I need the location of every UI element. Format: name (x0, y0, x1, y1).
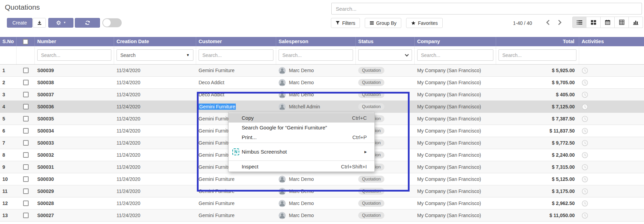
row-sno: 6 (0, 125, 17, 137)
table-row[interactable]: 3S0003711/24/2020Deco AddictMarc DemoQuo… (0, 89, 644, 101)
header-status[interactable]: Status (356, 37, 415, 46)
activity-clock-icon[interactable] (582, 116, 588, 122)
filter-company-input[interactable] (417, 49, 493, 61)
row-customer-text: Gemini Furniture (199, 213, 234, 218)
row-total: $ 405.00 (496, 89, 579, 100)
row-checkbox[interactable] (23, 164, 29, 170)
table-row[interactable]: 4S0003611/24/2020Gemini FurnitureMitchel… (0, 101, 644, 113)
row-checkbox[interactable] (23, 128, 29, 134)
graph-view-button[interactable] (629, 17, 643, 28)
browser-context-menu: CopyCtrl+CSearch Google for “Gemini Furn… (228, 112, 375, 172)
refresh-button[interactable] (75, 18, 100, 28)
activity-clock-icon[interactable] (582, 176, 588, 183)
row-status-cell: Quotation (356, 65, 415, 76)
calendar-view-button[interactable] (601, 17, 615, 28)
header-activities[interactable]: Activities (579, 37, 644, 46)
toggle-switch[interactable] (102, 18, 122, 27)
menu-item-search-google-for-gemini-furniture[interactable]: Search Google for “Gemini Furniture” (229, 123, 374, 132)
header-customer[interactable]: Customer (196, 37, 276, 46)
filter-status-select[interactable] (358, 49, 412, 61)
activity-clock-icon[interactable] (582, 164, 588, 171)
menu-item-copy[interactable]: CopyCtrl+C (229, 113, 374, 123)
header-creation-date[interactable]: Creation Date (114, 37, 196, 46)
menu-item-label: Inspect (242, 164, 258, 169)
filter-number-input[interactable] (37, 49, 111, 61)
search-input[interactable] (331, 3, 642, 14)
table-row[interactable]: 12S0002811/24/2020Gemini FurnitureMarc D… (0, 197, 644, 210)
filters-button[interactable]: Filters (331, 18, 360, 28)
row-sno: 9 (0, 161, 17, 173)
table-header-row: S.No Number Creation Date Customer Sales… (0, 37, 644, 46)
filter-creation-date-select[interactable]: Search ▼ (117, 49, 193, 61)
row-activities-cell (579, 89, 644, 100)
row-checkbox[interactable] (23, 68, 29, 73)
row-checkbox[interactable] (23, 92, 29, 97)
header-company[interactable]: Company (415, 37, 496, 46)
salesperson-name: Marc Demo (289, 68, 314, 73)
download-button[interactable] (33, 18, 46, 28)
status-badge: Quotation (358, 91, 384, 98)
activity-clock-icon[interactable] (582, 104, 588, 110)
row-checkbox[interactable] (23, 201, 29, 206)
row-checkbox[interactable] (23, 213, 29, 218)
group-by-button[interactable]: Group By (365, 18, 401, 28)
row-creation-date: 11/24/2020 (114, 185, 196, 197)
menu-item-print[interactable]: Print...Ctrl+P (229, 132, 374, 142)
row-checkbox[interactable] (23, 104, 29, 109)
table-row[interactable]: 10S0003011/24/2020Gemini FurnitureMarc D… (0, 173, 644, 185)
list-view-button[interactable] (572, 17, 586, 28)
table-row[interactable]: 13S0002711/24/2020Gemini FurnitureMarc D… (0, 210, 644, 222)
gear-dropdown-button[interactable]: ▼ (48, 18, 73, 28)
menu-item-inspect[interactable]: InspectCtrl+Shift+I (229, 162, 374, 171)
table-row[interactable]: 11S0002911/24/2020Gemini FurnitureMarc D… (0, 185, 644, 197)
activity-clock-icon[interactable] (582, 128, 588, 134)
salesperson-name: Marc Demo (289, 92, 314, 97)
salesperson-name: Marc Demo (289, 176, 314, 182)
row-salesperson: Marc Demo (276, 65, 356, 76)
activity-clock-icon[interactable] (582, 200, 588, 207)
favorites-button[interactable]: Favorites (406, 18, 443, 28)
status-badge: Quotation (358, 200, 384, 207)
activity-clock-icon[interactable] (582, 91, 588, 98)
header-sno[interactable]: S.No (0, 37, 17, 46)
row-customer-text: Gemini Furniture (199, 188, 234, 194)
menu-item-nimbus-screenshot[interactable]: NNimbus Screenshot▶ (229, 144, 374, 160)
row-checkbox[interactable] (23, 152, 29, 158)
activity-clock-icon[interactable] (582, 67, 588, 74)
filter-salesperson-input[interactable] (279, 49, 353, 61)
pager-previous-button[interactable] (544, 18, 552, 27)
row-checkbox[interactable] (23, 140, 29, 146)
select-all-checkbox[interactable] (23, 39, 28, 45)
submenu-arrow-icon: ▶ (364, 150, 367, 154)
row-checkbox-cell (17, 161, 35, 173)
header-salesperson[interactable]: Salesperson (276, 37, 356, 46)
activity-clock-icon[interactable] (582, 79, 588, 86)
activity-clock-icon[interactable] (582, 212, 588, 219)
row-sno: 12 (0, 197, 17, 209)
row-customer: Gemini Furniture (196, 185, 276, 197)
table-row[interactable]: 1S0003911/24/2020Gemini FurnitureMarc De… (0, 65, 644, 77)
row-checkbox[interactable] (23, 80, 29, 85)
activity-clock-icon[interactable] (582, 188, 588, 195)
filter-customer-input[interactable] (199, 49, 273, 61)
pager-next-button[interactable] (556, 18, 563, 27)
filter-total-input[interactable] (499, 49, 576, 61)
row-total: $ 7,315.00 (496, 161, 579, 173)
kanban-view-button[interactable] (586, 17, 601, 28)
activity-clock-icon[interactable] (582, 140, 588, 146)
filters-button-label: Filters (342, 20, 355, 26)
row-number: S00029 (35, 185, 114, 197)
salesperson-avatar (279, 79, 286, 86)
row-checkbox[interactable] (23, 116, 29, 121)
pivot-view-button[interactable] (615, 17, 629, 28)
salesperson-avatar (279, 91, 286, 98)
salesperson-name: Mitchell Admin (289, 104, 320, 109)
table-row[interactable]: 2S0003811/24/2020Deco AddictMarc DemoQuo… (0, 77, 644, 89)
header-number[interactable]: Number (35, 37, 114, 46)
header-total[interactable]: Total (496, 37, 579, 46)
row-checkbox[interactable] (23, 176, 29, 182)
create-button[interactable]: Create (7, 18, 32, 28)
activity-clock-icon[interactable] (582, 152, 588, 158)
row-checkbox[interactable] (23, 188, 29, 194)
salesperson-avatar (279, 212, 286, 219)
